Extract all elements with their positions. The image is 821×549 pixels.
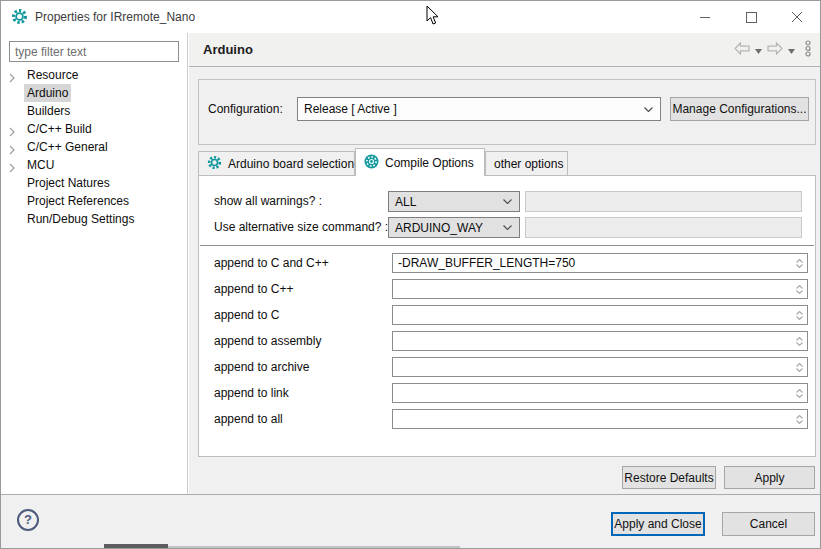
append-assembly-label: append to assembly [214,331,321,352]
background-window-fragment [168,546,460,548]
append-c-input[interactable] [393,306,793,324]
gear-filled-icon [364,154,379,172]
sidebar-item-resource[interactable]: Resource [1,66,187,84]
sidebar-item-label: Project References [27,192,129,210]
forward-icon[interactable] [767,42,783,58]
sidebar-item-mcu[interactable]: MCU [1,156,187,174]
sidebar-item-label: C/C++ Build [27,120,92,138]
configuration-combo[interactable]: Release [ Active ] [297,97,661,121]
manage-configurations-button[interactable]: Manage Configurations... [670,97,809,121]
alt-size-command-combo[interactable]: ARDUINO_WAY [388,217,520,238]
configuration-combo-value: Release [ Active ] [298,102,644,116]
sidebar-item-label: Resource [27,66,78,84]
sloeber-gear-icon [11,8,28,25]
dialog-button-bar: ? Apply and Close Cancel [1,494,820,548]
page-title: Arduino [203,33,253,67]
back-icon[interactable] [734,42,750,58]
append-c-cpp-label: append to C and C++ [214,253,329,274]
minimize-button[interactable] [682,1,728,33]
append-link-field [392,383,808,403]
show-warnings-value: ALL [389,195,503,209]
append-c-label: append to C [214,305,279,326]
append-c-cpp-field [392,253,808,273]
chevron-down-icon [503,199,519,204]
title-bar[interactable]: Properties for IRremote_Nano [1,1,820,33]
sidebar-item-project-natures[interactable]: Project Natures [1,174,187,192]
tab-label: Arduino board selection [228,157,354,171]
append-all-label: append to all [214,409,283,430]
show-warnings-combo[interactable]: ALL [388,191,520,212]
page-header: Arduino [189,33,820,67]
append-archive-input[interactable] [393,358,793,376]
append-all-input[interactable] [393,410,793,428]
view-menu-icon[interactable] [804,40,812,60]
sidebar: Resource Arduino Builders C/C++ Build C/… [1,33,188,494]
maximize-icon [746,12,757,23]
append-link-input[interactable] [393,384,793,402]
append-cpp-field [392,279,808,299]
show-warnings-disabled-field [525,191,802,212]
back-menu-caret-icon[interactable] [755,43,762,57]
sidebar-item-cpp-build[interactable]: C/C++ Build [1,120,187,138]
mouse-cursor [426,5,442,27]
sidebar-item-label: Project Natures [27,174,110,192]
restore-defaults-button[interactable]: Restore Defaults [622,466,716,489]
alt-size-command-label: Use alternative size command? : [214,217,388,238]
spinner-icon[interactable] [793,358,806,376]
spinner-icon[interactable] [793,332,806,350]
sidebar-item-label: C/C++ General [27,138,108,156]
append-link-label: append to link [214,383,289,404]
page-navigation [734,33,812,67]
append-c-cpp-input[interactable] [393,254,793,272]
sidebar-item-label: Run/Debug Settings [27,210,134,228]
close-button[interactable] [774,1,820,33]
property-page: Arduino Configuration: Release [ Active … [189,33,820,494]
sidebar-item-run-debug-settings[interactable]: Run/Debug Settings [1,210,187,228]
tab-arduino-board-selection[interactable]: Arduino board selection [198,151,355,175]
append-c-field [392,305,808,325]
append-all-field [392,409,808,429]
spinner-icon[interactable] [793,254,806,272]
sidebar-item-builders[interactable]: Builders [1,102,187,120]
append-archive-label: append to archive [214,357,309,378]
sidebar-item-label: MCU [27,156,54,174]
tab-compile-options[interactable]: Compile Options [355,148,485,176]
minimize-icon [700,12,711,23]
tab-label: other options [494,157,563,171]
chevron-down-icon [644,107,660,112]
append-cpp-input[interactable] [393,280,793,298]
apply-button[interactable]: Apply [724,466,815,489]
spinner-icon[interactable] [793,306,806,324]
properties-dialog: Properties for IRremote_Nano Resource Ar… [0,0,821,549]
cancel-button[interactable]: Cancel [722,512,815,536]
filter-input[interactable] [9,41,179,62]
compile-options-panel: show all warnings? : ALL Use alternative… [198,175,816,457]
sidebar-item-cpp-general[interactable]: C/C++ General [1,138,187,156]
sidebar-item-label: Builders [27,102,70,120]
window-title: Properties for IRremote_Nano [35,1,195,33]
spinner-icon[interactable] [793,280,806,298]
spinner-icon[interactable] [793,384,806,402]
tab-label: Compile Options [385,156,474,170]
background-window-fragment [104,544,168,548]
sidebar-item-project-references[interactable]: Project References [1,192,187,210]
property-tree: Resource Arduino Builders C/C++ Build C/… [1,66,187,228]
tab-other-options[interactable]: other options [485,151,568,175]
alt-size-command-disabled-field [525,217,802,238]
alt-size-command-value: ARDUINO_WAY [389,221,503,235]
close-icon [792,12,803,23]
configuration-label: Configuration: [208,97,283,121]
section-separator [200,245,814,246]
spinner-icon[interactable] [793,410,806,428]
sidebar-item-arduino[interactable]: Arduino [1,84,187,102]
chevron-down-icon [503,225,519,230]
sidebar-item-label: Arduino [24,84,71,102]
forward-menu-caret-icon[interactable] [788,43,795,57]
apply-and-close-button[interactable]: Apply and Close [611,512,705,536]
maximize-button[interactable] [728,1,774,33]
append-assembly-field [392,331,808,351]
append-assembly-input[interactable] [393,332,793,350]
help-icon[interactable]: ? [17,509,39,531]
append-cpp-label: append to C++ [214,279,293,300]
gear-icon [207,155,222,173]
